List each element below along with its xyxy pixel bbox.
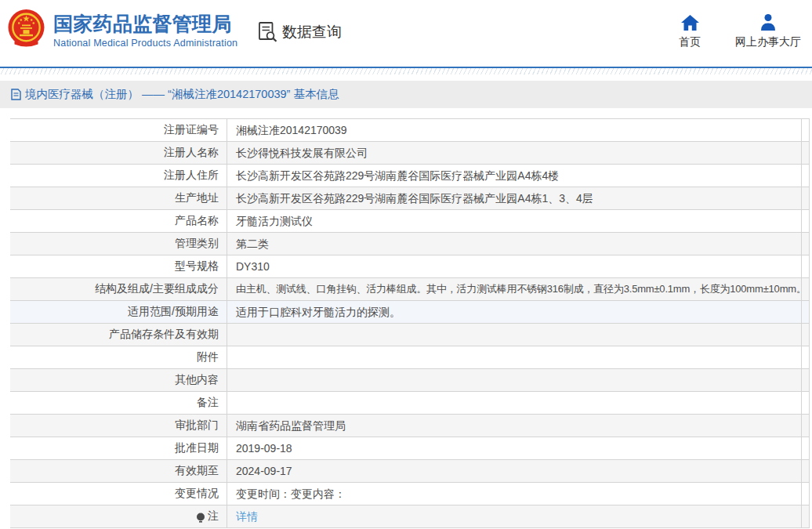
nav-home[interactable]: 首页 bbox=[679, 12, 701, 49]
row-label-text: 管理类别 bbox=[175, 237, 219, 251]
row-label-text: 备注 bbox=[197, 396, 219, 410]
row-value bbox=[227, 392, 802, 414]
breadcrumb: 境内医疗器械（注册） —— “湘械注准20142170039” 基本信息 bbox=[0, 81, 812, 108]
row-label-text: 变更情况 bbox=[175, 487, 219, 501]
row-spacer bbox=[802, 278, 809, 300]
row-value bbox=[227, 346, 802, 368]
row-label: 变更情况 bbox=[10, 483, 227, 505]
row-spacer bbox=[802, 210, 809, 232]
row-spacer bbox=[802, 483, 809, 505]
row-value: 湖南省药品监督管理局 bbox=[227, 415, 802, 437]
row-label-text: 其他内容 bbox=[175, 373, 219, 387]
row-value bbox=[227, 369, 802, 391]
breadcrumb-text: 境内医疗器械（注册） —— “湘械注准20142170039” 基本信息 bbox=[25, 87, 339, 102]
row-spacer bbox=[802, 460, 809, 482]
table-row: 其他内容 bbox=[10, 369, 809, 392]
nav-home-label: 首页 bbox=[679, 35, 701, 49]
row-label: 结构及组成/主要组成成分 bbox=[10, 278, 227, 300]
home-icon bbox=[681, 12, 699, 31]
table-row: 适用范围/预期用途适用于口腔科对牙髓活力的探测。 bbox=[10, 301, 809, 324]
row-value: 湘械注准20142170039 bbox=[227, 119, 802, 141]
row-label: 产品储存条件及有效期 bbox=[10, 324, 227, 346]
row-label-text: 注册人名称 bbox=[164, 146, 219, 160]
table-row: 产品名称牙髓活力测试仪 bbox=[10, 210, 809, 233]
nav-service-hall[interactable]: 网上办事大厅 bbox=[735, 12, 801, 49]
table-row: 注详情 bbox=[10, 505, 809, 528]
row-spacer bbox=[802, 437, 809, 459]
row-spacer bbox=[802, 142, 809, 164]
row-value bbox=[227, 324, 802, 346]
detail-link[interactable]: 详情 bbox=[236, 510, 258, 523]
row-value: 长沙高新开发区谷苑路229号湖南麓谷国际医疗器械产业园A4栋4楼 bbox=[227, 165, 802, 187]
table-row: 审批部门湖南省药品监督管理局 bbox=[10, 415, 809, 437]
row-spacer bbox=[802, 233, 809, 255]
row-label: 适用范围/预期用途 bbox=[10, 301, 227, 323]
table-row: 注册人住所长沙高新开发区谷苑路229号湖南麓谷国际医疗器械产业园A4栋4楼 bbox=[10, 165, 809, 187]
row-label: 注册人名称 bbox=[10, 142, 227, 164]
row-value: 由主机、测试线、口角挂钩、活力棒组成。其中，活力测试棒用不锈钢316制成，直径为… bbox=[227, 278, 802, 300]
row-spacer bbox=[802, 392, 809, 414]
data-query-section: 数据查询 bbox=[257, 21, 342, 42]
row-label-text: 注册证编号 bbox=[164, 123, 219, 137]
row-label: 注 bbox=[10, 505, 227, 527]
row-label-text: 有效期至 bbox=[175, 464, 219, 478]
header-nav: 首页 网上办事大厅 bbox=[644, 12, 801, 49]
row-label-text: 结构及组成/主要组成成分 bbox=[95, 282, 219, 296]
stripe-band bbox=[0, 68, 812, 74]
row-spacer bbox=[802, 346, 809, 368]
person-icon bbox=[759, 12, 777, 31]
table-row: 变更情况变更时间：变更内容： bbox=[10, 483, 809, 505]
row-value: 适用于口腔科对牙髓活力的探测。 bbox=[227, 301, 802, 323]
row-label-text: 注册人住所 bbox=[164, 168, 219, 183]
row-label-text: 生产地址 bbox=[175, 191, 219, 205]
row-label-text: 批准日期 bbox=[175, 441, 219, 455]
table-row: 批准日期2019-09-18 bbox=[10, 437, 809, 460]
document-icon bbox=[11, 89, 21, 100]
row-label: 有效期至 bbox=[10, 460, 227, 482]
row-label: 注册证编号 bbox=[10, 119, 227, 141]
table-row: 管理类别第二类 bbox=[10, 233, 809, 255]
row-label: 审批部门 bbox=[10, 415, 227, 437]
registration-info-table: 注册证编号湘械注准20142170039注册人名称长沙得悦科技发展有限公司注册人… bbox=[10, 118, 810, 528]
row-label-text: 型号规格 bbox=[175, 259, 219, 274]
row-label: 型号规格 bbox=[10, 255, 227, 277]
row-value: 长沙高新开发区谷苑路229号湖南麓谷国际医疗器械产业园A4栋1、3、4层 bbox=[227, 187, 802, 209]
row-spacer bbox=[802, 505, 809, 527]
row-value: 第二类 bbox=[227, 233, 802, 255]
table-row: 注册证编号湘械注准20142170039 bbox=[10, 119, 809, 142]
row-spacer bbox=[802, 165, 809, 187]
row-label-text: 适用范围/预期用途 bbox=[128, 305, 219, 319]
row-label-text: 产品名称 bbox=[175, 214, 219, 228]
row-spacer bbox=[802, 119, 809, 141]
bulb-icon bbox=[196, 513, 205, 523]
table-row: 生产地址长沙高新开发区谷苑路229号湖南麓谷国际医疗器械产业园A4栋1、3、4层 bbox=[10, 187, 809, 210]
row-spacer bbox=[802, 369, 809, 391]
row-value: 详情 bbox=[227, 505, 802, 527]
row-label-text: 产品储存条件及有效期 bbox=[109, 328, 219, 342]
row-label: 生产地址 bbox=[10, 187, 227, 209]
table-row: 注册人名称长沙得悦科技发展有限公司 bbox=[10, 142, 809, 165]
row-label: 管理类别 bbox=[10, 233, 227, 255]
row-label-text: 附件 bbox=[197, 350, 219, 364]
table-row: 附件 bbox=[10, 346, 809, 369]
row-label: 产品名称 bbox=[10, 210, 227, 232]
table-row: 备注 bbox=[10, 392, 809, 415]
table-row: 结构及组成/主要组成成分由主机、测试线、口角挂钩、活力棒组成。其中，活力测试棒用… bbox=[10, 278, 809, 301]
row-label: 备注 bbox=[10, 392, 227, 414]
nav-service-hall-label: 网上办事大厅 bbox=[735, 35, 801, 49]
row-value: 长沙得悦科技发展有限公司 bbox=[227, 142, 802, 164]
table-row: 产品储存条件及有效期 bbox=[10, 324, 809, 346]
row-spacer bbox=[802, 187, 809, 209]
row-label: 注册人住所 bbox=[10, 165, 227, 187]
row-value: 2019-09-18 bbox=[227, 437, 802, 459]
row-label-text: 注 bbox=[208, 509, 219, 524]
table-row: 型号规格DY310 bbox=[10, 255, 809, 278]
row-label: 批准日期 bbox=[10, 437, 227, 459]
data-query-label: 数据查询 bbox=[282, 22, 342, 42]
row-label: 附件 bbox=[10, 346, 227, 368]
row-spacer bbox=[802, 255, 809, 277]
header: 国家药品监督管理局 National Medical Products Admi… bbox=[0, 0, 812, 67]
row-value: 变更时间：变更内容： bbox=[227, 483, 802, 505]
row-label-text: 审批部门 bbox=[175, 418, 219, 433]
row-spacer bbox=[802, 415, 809, 437]
